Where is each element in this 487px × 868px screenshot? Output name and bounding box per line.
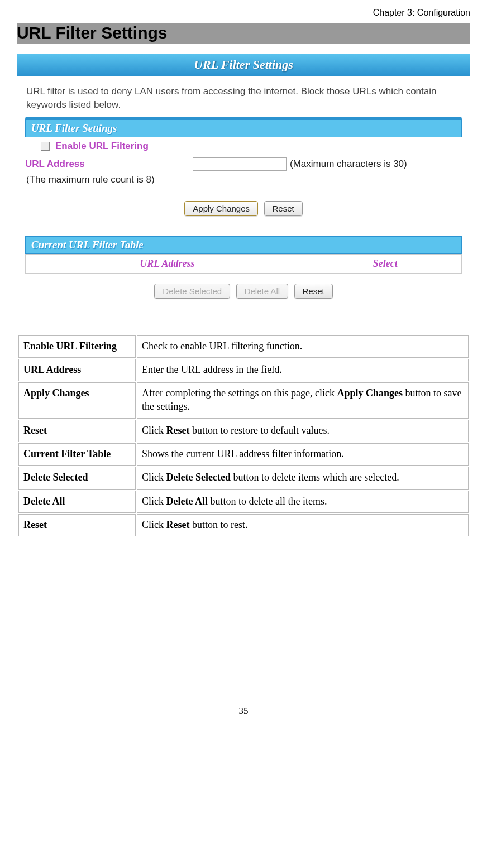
desc-text: Click Reset button to rest. [137, 514, 469, 536]
enable-url-filtering-label: Enable URL Filtering [55, 141, 149, 152]
description-table: Enable URL FilteringCheck to enable URL … [17, 334, 470, 539]
button-row-1: Apply Changes Reset [25, 201, 462, 216]
table-row: Delete AllClick Delete All button to del… [18, 491, 469, 513]
button-row-2: Delete Selected Delete All Reset [25, 284, 462, 299]
enable-url-filtering-checkbox[interactable] [41, 142, 50, 151]
table-row: Current Filter TableShows the current UR… [18, 443, 469, 466]
desc-term: Apply Changes [18, 382, 136, 419]
table-row: Enable URL FilteringCheck to enable URL … [18, 335, 469, 358]
desc-term: Reset [18, 420, 136, 442]
desc-text: Check to enable URL filtering function. [137, 335, 469, 358]
desc-text: Click Delete All button to delete all th… [137, 491, 469, 513]
section-current-url-filter-table: Current URL Filter Table [25, 236, 462, 254]
url-address-label: URL Address [25, 159, 193, 170]
page-number: 35 [17, 706, 470, 717]
table-header-url: URL Address [26, 254, 309, 273]
desc-text: Shows the current URL address filter inf… [137, 443, 469, 466]
desc-term: Current Filter Table [18, 443, 136, 466]
table-row: ResetClick Reset button to rest. [18, 514, 469, 536]
reset-button-2[interactable]: Reset [294, 284, 333, 299]
section-url-filter-settings: URL Filter Settings [25, 119, 462, 137]
apply-changes-button[interactable]: Apply Changes [184, 201, 258, 216]
desc-text: Click Reset button to restore to default… [137, 420, 469, 442]
table-header-select: Select [309, 254, 461, 273]
chapter-header: Chapter 3: Configuration [17, 6, 470, 23]
enable-row: Enable URL Filtering [25, 141, 462, 152]
table-row: Delete SelectedClick Delete Selected but… [18, 467, 469, 489]
url-address-input[interactable] [193, 157, 287, 171]
desc-text: Enter the URL address in the field. [137, 359, 469, 381]
table-row: Apply ChangesAfter completing the settin… [18, 382, 469, 419]
delete-selected-button[interactable]: Delete Selected [154, 284, 230, 299]
table-row: URL AddressEnter the URL address in the … [18, 359, 469, 381]
main-title-bar: URL Filter Settings [17, 23, 470, 44]
desc-text: After completing the settings on this pa… [137, 382, 469, 419]
screenshot-intro-text: URL filter is used to deny LAN users fro… [26, 85, 461, 112]
desc-term: Enable URL Filtering [18, 335, 136, 358]
url-filter-table: URL Address Select [25, 254, 462, 274]
desc-term: Delete All [18, 491, 136, 513]
delete-all-button[interactable]: Delete All [236, 284, 288, 299]
desc-text: Click Delete Selected button to delete i… [137, 467, 469, 489]
desc-term: Delete Selected [18, 467, 136, 489]
screenshot-figure: URL Filter Settings URL filter is used t… [17, 54, 470, 311]
max-rule-note: (The maximum rule count is 8) [26, 174, 461, 185]
reset-button[interactable]: Reset [264, 201, 303, 216]
page-title: URL Filter Settings [17, 23, 468, 42]
url-address-row: URL Address (Maximum characters is 30) [25, 157, 462, 171]
max-characters-note: (Maximum characters is 30) [290, 159, 407, 170]
desc-term: URL Address [18, 359, 136, 381]
desc-term: Reset [18, 514, 136, 536]
table-row: ResetClick Reset button to restore to de… [18, 420, 469, 442]
screenshot-titlebar: URL Filter Settings [17, 54, 470, 76]
